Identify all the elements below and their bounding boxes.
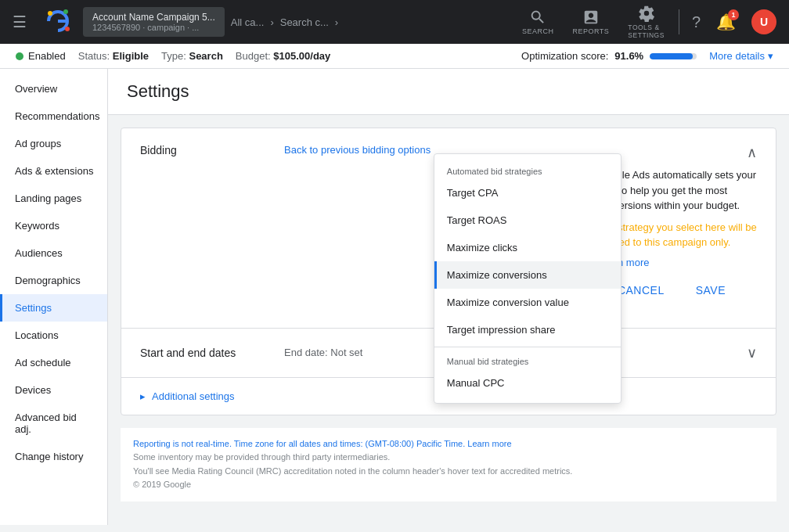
automated-group-label: Automated bid strategies [434, 160, 621, 179]
top-navigation: ☰ Account Name Campaign 5... 1234567890 … [0, 0, 789, 44]
chevron-down-icon: ▾ [768, 50, 773, 62]
settings-card: Bidding Back to previous bidding options… [121, 128, 776, 415]
score-bar [650, 53, 697, 59]
dates-expand-button[interactable]: ∨ [747, 344, 757, 361]
dropdown-item-maximize-conversions[interactable]: Maximize conversions [434, 261, 621, 289]
account-sub: 1234567890 · campaign · ... [92, 23, 215, 32]
account-name: Account Name Campaign 5... [92, 12, 215, 23]
sidebar-item-audiences[interactable]: Audiences [0, 239, 107, 267]
status-dot [16, 52, 23, 60]
sidebar-item-overview[interactable]: Overview [0, 75, 107, 102]
status-label: Status: [78, 50, 110, 62]
main-layout: Overview Recommendations Ad groups Ads &… [0, 69, 789, 525]
sidebar: Overview Recommendations Ad groups Ads &… [0, 69, 108, 525]
additional-settings-label: Additional settings [152, 390, 235, 402]
sidebar-item-adschedule[interactable]: Ad schedule [0, 349, 107, 376]
breadcrumb-arrow2: › [335, 16, 338, 28]
enabled-label: Enabled [28, 50, 66, 62]
optimization-label: Optimization score: [521, 50, 608, 62]
avatar-initial: U [760, 16, 768, 28]
search-nav-button[interactable]: SEARCH [514, 5, 562, 38]
reports-label: REPORTS [573, 27, 610, 35]
footer-copyright: © 2019 Google [133, 478, 764, 492]
type-value: Search [189, 50, 222, 62]
budget-value: $105.00/day [273, 50, 330, 62]
dropdown-divider [434, 347, 621, 347]
dropdown-menu: Automated bid strategies Target CPA Targ… [434, 153, 621, 404]
footer-line2: Some inventory may be provided through t… [133, 451, 764, 465]
sidebar-item-keywords[interactable]: Keywords [0, 212, 107, 239]
sidebar-item-settings[interactable]: Settings [0, 294, 107, 322]
sidebar-item-advanced-bid[interactable]: Advanced bid adj. [0, 404, 107, 443]
google-ads-logo [42, 5, 74, 39]
sidebar-item-devices[interactable]: Devices [0, 376, 107, 404]
footer: Reporting is not real-time. Time zone fo… [121, 428, 776, 501]
svg-point-2 [63, 9, 68, 14]
end-date-label: End date: [284, 347, 330, 358]
hamburger-menu[interactable]: ☰ [6, 6, 33, 38]
bidding-section: Bidding Back to previous bidding options… [121, 128, 776, 329]
save-button[interactable]: SAVE [683, 278, 738, 303]
svg-point-3 [65, 27, 70, 31]
sidebar-item-demographics[interactable]: Demographics [0, 267, 107, 294]
type-label: Type: [161, 50, 186, 62]
dates-label: Start and end dates [140, 347, 265, 359]
breadcrumb-arrow1: › [270, 16, 273, 28]
status-item: Status: Eligible [78, 50, 149, 62]
reports-nav-button[interactable]: REPORTS [565, 5, 618, 38]
optimization-score: Optimization score: 91.6% [521, 50, 697, 62]
bidding-label: Bidding [140, 144, 265, 268]
tools-label: TOOLS & SETTINGS [628, 23, 665, 39]
breadcrumb-allcampaigns[interactable]: All ca... [231, 16, 265, 28]
nav-divider [679, 9, 679, 34]
end-date-value: Not set [330, 347, 362, 358]
content-area: Settings Bidding Back to previous biddin… [108, 69, 789, 525]
dropdown-item-target-roas[interactable]: Target ROAS [434, 207, 621, 234]
svg-point-1 [48, 11, 52, 16]
sidebar-item-recommendations[interactable]: Recommendations [0, 102, 107, 130]
help-button[interactable]: ? [686, 7, 707, 38]
sidebar-item-adgroups[interactable]: Ad groups [0, 130, 107, 157]
tools-nav-button[interactable]: TOOLS & SETTINGS [620, 2, 672, 42]
dropdown-item-maximize-conversion-value[interactable]: Maximize conversion value [434, 289, 621, 316]
budget-item: Budget: $105.00/day [236, 50, 330, 62]
dropdown-item-target-impression-share[interactable]: Target impression share [434, 316, 621, 343]
bidding-content: Back to previous bidding options Automat… [284, 144, 566, 268]
collapse-button[interactable]: ∧ [747, 144, 757, 161]
sidebar-item-landing-pages[interactable]: Landing pages [0, 185, 107, 212]
status-bar: Enabled Status: Eligible Type: Search Bu… [0, 44, 789, 69]
sidebar-item-locations[interactable]: Locations [0, 322, 107, 349]
dropdown-item-manual-cpc[interactable]: Manual CPC [434, 369, 621, 397]
optimization-value: 91.6% [614, 50, 643, 62]
page-title: Settings [108, 69, 789, 115]
account-selector[interactable]: Account Name Campaign 5... 1234567890 · … [83, 7, 225, 37]
type-item: Type: Search [161, 50, 223, 62]
search-label: SEARCH [522, 27, 554, 35]
nav-icons: SEARCH REPORTS TOOLS & SETTINGS ? 🔔 1 U [514, 2, 783, 42]
footer-learn-more[interactable]: Learn more [467, 439, 511, 448]
manual-group-label: Manual bid strategies [434, 350, 621, 369]
footer-line3: You'll see Media Rating Council (MRC) ac… [133, 465, 764, 479]
sidebar-item-change-history[interactable]: Change history [0, 443, 107, 470]
status-value: Eligible [113, 50, 149, 62]
footer-line1: Reporting is not real-time. Time zone fo… [133, 437, 764, 451]
dropdown-item-target-cpa[interactable]: Target CPA [434, 179, 621, 207]
more-details-label: More details [709, 50, 765, 62]
breadcrumb-searchcampaigns[interactable]: Search c... [280, 16, 329, 28]
notifications-button[interactable]: 🔔 1 [710, 6, 742, 38]
more-details-button[interactable]: More details ▾ [709, 50, 773, 62]
breadcrumb: All ca... › Search c... › [228, 16, 341, 28]
status-enabled: Enabled [16, 50, 66, 62]
chevron-right-icon: ▸ [140, 390, 146, 402]
notification-badge: 1 [728, 9, 739, 20]
user-avatar[interactable]: U [751, 9, 776, 34]
footer-reporting-text: Reporting is not real-time. Time zone fo… [133, 439, 465, 448]
score-fill [650, 53, 693, 59]
dropdown-item-maximize-clicks[interactable]: Maximize clicks [434, 234, 621, 261]
budget-label: Budget: [236, 50, 271, 62]
sidebar-item-ads-extensions[interactable]: Ads & extensions [0, 157, 107, 185]
back-to-bidding-link[interactable]: Back to previous bidding options [284, 144, 431, 156]
